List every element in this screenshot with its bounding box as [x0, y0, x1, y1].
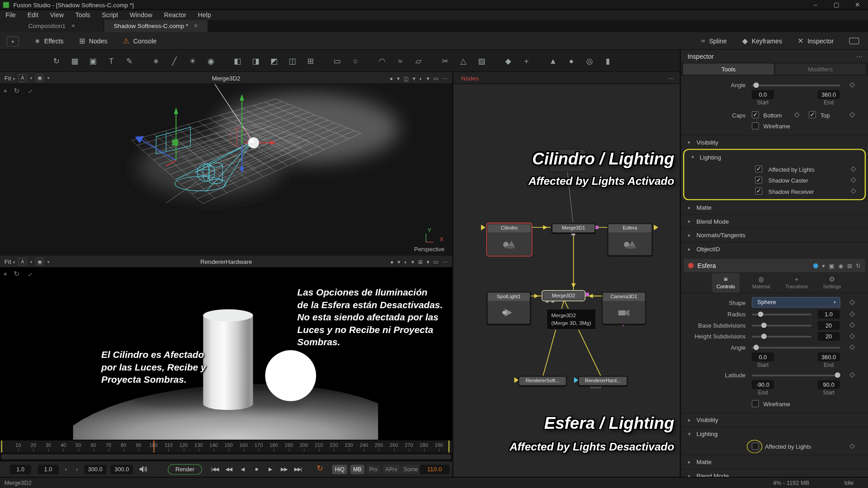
inspector-menu-icon[interactable]: ⋯ — [856, 52, 863, 60]
menu-view[interactable]: View — [50, 12, 64, 19]
close-button[interactable]: ✕ — [847, 1, 868, 8]
channel-button[interactable]: A — [19, 74, 27, 82]
toolbar-toggle-button[interactable]: ▾ — [0, 35, 19, 46]
esfera-node-header[interactable]: Esfera ▾ ▣ ◉ ⊠ ↻ — [684, 259, 865, 272]
section-objectid[interactable]: ▸ObjectID — [681, 242, 868, 256]
roi-icon[interactable]: ▭ — [433, 75, 439, 81]
checker-icon[interactable]: ▦ — [68, 54, 81, 67]
version-dropdown-icon[interactable]: ▾ — [822, 262, 825, 269]
channel-dropdown-icon[interactable]: ▾ — [30, 75, 32, 80]
line-tool-icon[interactable]: ╱ — [168, 54, 181, 67]
blur-icon[interactable]: ◉ — [204, 54, 217, 67]
layout-grid-icon[interactable]: ⊞ — [304, 54, 317, 67]
pan-icon[interactable]: + — [3, 87, 7, 94]
layout-monitor-icon[interactable] — [849, 38, 859, 44]
close-tab-icon[interactable]: ✕ — [71, 23, 75, 28]
latitude-start-field[interactable]: 90.0 — [818, 380, 840, 389]
3d-scene-canvas[interactable] — [0, 84, 452, 256]
tab-controls[interactable]: ≡Controls — [712, 273, 740, 293]
checkbox-shadow-caster[interactable] — [755, 177, 762, 184]
fps-field[interactable]: 110.0 — [420, 465, 449, 474]
reset-icon[interactable]: ↻ — [856, 262, 861, 269]
keyframe-diamond-icon[interactable] — [849, 112, 855, 117]
particles-icon[interactable]: ∗ — [150, 54, 163, 67]
nodes-panel[interactable]: Nodes ⋯ — [452, 72, 679, 477]
base-subdivisions-slider[interactable] — [752, 324, 811, 326]
sph-angle-start-field[interactable]: 0.0 — [752, 352, 774, 361]
lut-dropdown-icon[interactable]: ▾ — [411, 258, 414, 264]
cut-icon[interactable]: ✂ — [439, 54, 452, 67]
timeline-scroll-handle[interactable] — [1, 454, 451, 459]
menu-tools[interactable]: Tools — [75, 12, 90, 19]
close-tab-icon[interactable]: ✕ — [194, 23, 198, 28]
loop-button[interactable]: ↻ — [316, 464, 323, 473]
range-end-field[interactable]: 300.0 — [84, 465, 106, 474]
latitude-end-field[interactable]: -90.0 — [752, 380, 774, 389]
tile-color-icon[interactable] — [688, 263, 693, 268]
paint-icon[interactable]: ✎ — [123, 54, 136, 67]
minimize-button[interactable]: – — [805, 1, 826, 8]
audio-icon[interactable] — [139, 465, 148, 473]
cyl-wireframe-checkbox[interactable] — [752, 122, 759, 130]
console-button[interactable]: ⚠Console — [123, 37, 157, 45]
tab-modifiers[interactable]: Modifiers — [775, 64, 866, 75]
effects-button[interactable]: ∗Effects — [34, 37, 64, 45]
layout-left-icon[interactable]: ◧ — [231, 54, 244, 67]
section-lighting[interactable]: ▾Lighting — [684, 150, 864, 164]
sph-angle-end-field[interactable]: 360.0 — [818, 352, 840, 361]
height-subdivisions-slider[interactable] — [752, 336, 811, 338]
section-blend-mode[interactable]: ▸Blend Mode — [681, 214, 868, 228]
pan-icon[interactable]: + — [3, 270, 7, 278]
play-reverse-button[interactable]: ◀ — [236, 464, 249, 474]
keyframe-diamond-icon[interactable] — [849, 344, 855, 350]
caps-top-checkbox[interactable] — [809, 111, 816, 118]
spline-button[interactable]: ≈Spline — [701, 37, 726, 45]
channel-button[interactable]: A — [19, 258, 27, 266]
node-esfera[interactable]: Esfera — [608, 224, 652, 256]
shape-dropdown[interactable]: Sphere▾ — [752, 297, 840, 308]
goto-start-button[interactable]: |◀◀ — [208, 464, 221, 474]
torus3d-icon[interactable]: ◎ — [583, 54, 596, 67]
section-sph-matte[interactable]: ▸Matte — [681, 455, 868, 469]
latitude-slider[interactable] — [752, 374, 840, 376]
nodes-button[interactable]: ⊞Nodes — [79, 37, 108, 45]
rect-mask-icon[interactable]: ▭ — [330, 54, 344, 67]
checkbox-shadow-receiver[interactable] — [755, 188, 762, 195]
stop-button[interactable]: ■ — [250, 464, 263, 474]
render-button[interactable]: Render — [168, 464, 202, 474]
radius-slider[interactable] — [752, 314, 811, 315]
node-renderersoft[interactable]: RendererSoft... — [519, 376, 566, 386]
cylinder3d-icon[interactable]: ▮ — [601, 54, 614, 67]
keyframe-diamond-icon[interactable] — [850, 188, 856, 194]
menu-window[interactable]: Window — [130, 12, 152, 19]
history-icon[interactable]: ↻ — [50, 54, 63, 67]
merge-icon[interactable]: ▣ — [86, 54, 99, 67]
section-visibility[interactable]: ▸Visibility — [681, 135, 868, 149]
keyframe-diamond-icon[interactable] — [849, 372, 855, 378]
lock-icon[interactable]: ⊠ — [847, 262, 852, 269]
color-controls-icon[interactable]: ● — [390, 75, 393, 81]
layout-right-icon[interactable]: ◨ — [249, 54, 262, 67]
render-viewport[interactable]: + ↻ ↔ Las Opciones de Iluminació — [0, 267, 452, 440]
menu-script[interactable]: Script — [102, 12, 118, 19]
step-back-button[interactable]: ‹ — [61, 465, 71, 474]
color-dropdown-icon[interactable]: ▾ — [397, 75, 400, 81]
rotate-icon[interactable]: ↻ — [14, 87, 19, 94]
inspector-button[interactable]: ✕Inspector — [797, 37, 834, 45]
step-forward-button[interactable]: › — [72, 465, 82, 474]
channel-dropdown-icon[interactable]: ▾ — [30, 259, 32, 264]
viewer-menu-icon[interactable]: ⋯ — [442, 75, 448, 81]
tab-material[interactable]: ◍Material — [747, 273, 775, 293]
node-merge3d2[interactable]: Merge3D2 — [542, 291, 585, 300]
caps-bottom-checkbox[interactable] — [752, 111, 759, 118]
menu-file[interactable]: File — [5, 12, 16, 19]
cyl-angle-slider[interactable] — [752, 84, 840, 86]
cyl-angle-start-field[interactable]: 0.0 — [752, 90, 774, 99]
section-normals-tangents[interactable]: ▸Normals/Tangents — [681, 228, 868, 242]
timeline-scrollbar[interactable] — [0, 453, 452, 461]
keyframe-diamond-icon[interactable] — [794, 112, 800, 117]
keyframe-diamond-icon[interactable] — [849, 300, 855, 305]
split-view-icon[interactable]: ◫ — [404, 75, 409, 81]
cone3d-icon[interactable]: ▲ — [547, 54, 560, 67]
glow-icon[interactable]: ☀ — [186, 54, 199, 67]
